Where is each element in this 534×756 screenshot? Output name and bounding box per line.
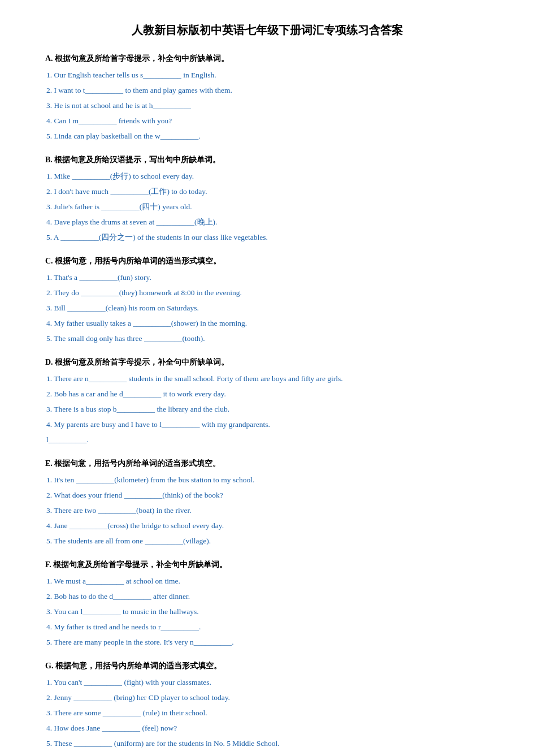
- exercise-line-A-1: 1. Our English teacher tells us s_______…: [45, 67, 489, 83]
- exercise-line-E-2: 2. What does your friend __________(thin…: [45, 487, 489, 503]
- exercise-line-A-2: 2. I want to t__________ to them and pla…: [45, 83, 489, 98]
- section-header-D: D. 根据句意及所给首字母提示，补全句中所缺单词。: [45, 357, 489, 368]
- exercise-line-F-2: 2. Bob has to do the d__________ after d…: [45, 589, 489, 604]
- exercise-line-B-2: 2. I don't have much __________(工作) to d…: [45, 184, 489, 199]
- exercise-line-A-5: 5. Linda can play basketball on the w___…: [45, 128, 489, 144]
- section-C: C. 根据句意，用括号内所给单词的适当形式填空。1. That's a ____…: [45, 256, 489, 346]
- exercise-line-C-4: 4. My father usually takes a __________(…: [45, 316, 489, 331]
- exercise-line-C-1: 1. That's a __________(fun) story.: [45, 270, 489, 285]
- exercise-line-B-5: 5. A __________(四分之一) of the students in…: [45, 230, 489, 245]
- exercise-line-F-1: 1. We must a__________ at school on time…: [45, 573, 489, 589]
- exercise-line-C-2: 2. They do __________(they) homework at …: [45, 285, 489, 300]
- exercise-line-D-4: 4. My parents are busy and I have to l__…: [45, 417, 489, 432]
- exercise-line-B-3: 3. Julie's father is __________(四十) year…: [45, 199, 489, 214]
- section-A: A. 根据句意及所给首字母提示，补全句中所缺单词。1. Our English …: [45, 54, 489, 144]
- section-D: D. 根据句意及所给首字母提示，补全句中所缺单词。1. There are n_…: [45, 357, 489, 447]
- section-header-E: E. 根据句意，用括号内所给单词的适当形式填空。: [45, 459, 489, 469]
- exercise-line-E-3: 3. There are two __________(boat) in the…: [45, 503, 489, 518]
- exercise-line-G-3: 3. There are some __________ (rule) in t…: [45, 705, 489, 720]
- exercise-line-G-4: 4. How does Jane __________ (feel) now?: [45, 720, 489, 736]
- section-G: G. 根据句意，用括号内所给单词的适当形式填空。1. You can't ___…: [45, 661, 489, 751]
- exercise-line-C-5: 5. The small dog only has three ________…: [45, 331, 489, 346]
- exercise-line-B-1: 1. Mike __________(步行) to school every d…: [45, 169, 489, 184]
- exercise-line-E-1: 1. It's ten __________(kilometer) from t…: [45, 472, 489, 487]
- exercise-line-F-4: 4. My father is tired and he needs to r_…: [45, 619, 489, 634]
- section-header-A: A. 根据句意及所给首字母提示，补全句中所缺单词。: [45, 54, 489, 64]
- exercise-line-A-3: 3. He is not at school and he is at h___…: [45, 98, 489, 113]
- exercise-line-F-3: 3. You can l__________ to music in the h…: [45, 604, 489, 619]
- exercise-line-E-5: 5. The students are all from one _______…: [45, 533, 489, 548]
- exercise-line-E-4: 4. Jane __________(cross) the bridge to …: [45, 518, 489, 533]
- exercise-line-D-2: 2. Bob has a car and he d__________ it t…: [45, 386, 489, 401]
- exercise-line-G-2: 2. Jenny __________ (bring) her CD playe…: [45, 690, 489, 705]
- section-header-F: F. 根据句意及所给首字母提示，补全句中所缺单词。: [45, 560, 489, 570]
- section-header-B: B. 根据句意及所给汉语提示，写出句中所缺单词。: [45, 155, 489, 165]
- exercise-line-G-5: 5. These __________ (uniform) are for th…: [45, 736, 489, 751]
- section-header-G: G. 根据句意，用括号内所给单词的适当形式填空。: [45, 661, 489, 671]
- exercise-line-F-5: 5. There are many people in the store. I…: [45, 634, 489, 650]
- exercise-line-D-5: l__________.: [45, 432, 489, 447]
- page-title: 人教新目标版初中英语七年级下册词汇专项练习含答案: [45, 23, 489, 38]
- section-header-C: C. 根据句意，用括号内所给单词的适当形式填空。: [45, 256, 489, 266]
- section-E: E. 根据句意，用括号内所给单词的适当形式填空。1. It's ten ____…: [45, 459, 489, 548]
- exercise-line-D-1: 1. There are n__________ students in the…: [45, 371, 489, 386]
- exercise-line-B-4: 4. Dave plays the drums at seven at ____…: [45, 214, 489, 230]
- exercise-line-D-3: 3. There is a bus stop b__________ the l…: [45, 401, 489, 417]
- sections-container: A. 根据句意及所给首字母提示，补全句中所缺单词。1. Our English …: [45, 54, 489, 756]
- exercise-line-G-1: 1. You can't __________ (fight) with you…: [45, 675, 489, 690]
- section-F: F. 根据句意及所给首字母提示，补全句中所缺单词。1. We must a___…: [45, 560, 489, 650]
- exercise-line-A-4: 4. Can I m__________ friends with you?: [45, 113, 489, 128]
- exercise-line-C-3: 3. Bill __________(clean) his room on Sa…: [45, 300, 489, 316]
- section-B: B. 根据句意及所给汉语提示，写出句中所缺单词。1. Mike ________…: [45, 155, 489, 245]
